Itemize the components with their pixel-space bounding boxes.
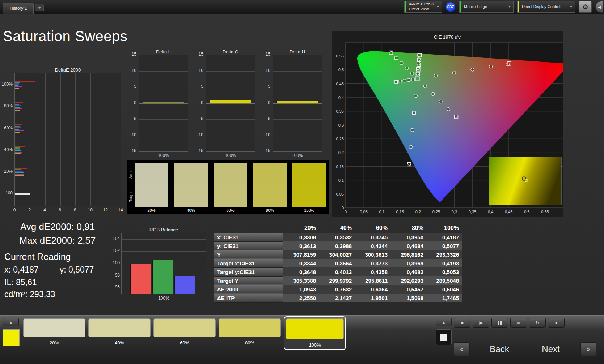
delta_h-y-tick-label: 0	[257, 100, 270, 105]
patch-button-100%[interactable]: 100%	[284, 316, 346, 350]
table-column-header: 20%	[283, 223, 319, 233]
deltae-bar	[15, 83, 19, 85]
source-dropdown[interactable]: Mobile Forge ▼	[459, 1, 514, 13]
patch-window-button[interactable]	[436, 329, 452, 345]
svg-text:0,4: 0,4	[338, 95, 344, 100]
meter-count-badge[interactable]: 637	[445, 2, 456, 12]
add-tab-button[interactable]: +	[35, 4, 44, 11]
cie-measured-marker	[400, 61, 403, 65]
app-window: History 1 + X-Rite i1Pro 3 Direct View ▼…	[0, 0, 604, 364]
patch-button-40%[interactable]: 40%	[88, 318, 151, 346]
table-column-header: 100%	[426, 223, 462, 233]
gridline	[206, 55, 255, 55]
cie-diagram-panel: 000,050,050,10,10,150,150,20,20,250,250,…	[332, 31, 563, 217]
pause-button[interactable]	[491, 318, 508, 328]
svg-text:0,1: 0,1	[379, 210, 385, 214]
up-arrow-icon: ▲	[9, 320, 13, 324]
record-button[interactable]: ●	[548, 318, 565, 328]
current-reading-xy: x: 0,4187 y: 0,5077	[4, 265, 94, 275]
svg-text:0,45: 0,45	[505, 210, 512, 214]
delta-l-chart-title: Delta L	[139, 49, 188, 55]
back-button[interactable]: Back	[478, 344, 521, 354]
settings-button[interactable]: ⚙	[579, 1, 592, 13]
next-button[interactable]: Next	[529, 344, 573, 354]
delta_l-bar	[143, 102, 184, 103]
svg-text:0,55: 0,55	[336, 54, 344, 58]
table-cell: 0,3773	[355, 259, 390, 267]
table-column-header: 40%	[319, 223, 355, 233]
patch-button-label: 100%	[286, 342, 344, 348]
cie-chart-title: CIE 1976 u'v'	[332, 34, 563, 40]
loop-button[interactable]: ∞	[510, 318, 527, 328]
deltae-bar	[15, 175, 24, 176]
stop-button[interactable]: ■	[454, 318, 470, 328]
delta-l-chart	[139, 55, 188, 152]
cie-measured-marker	[423, 85, 427, 88]
svg-text:0: 0	[342, 206, 344, 210]
target-swatch-40%	[174, 185, 208, 207]
delta_c-y-tick-label: 10	[190, 68, 203, 73]
display-control-dropdown[interactable]: Direct Display Control ▼	[517, 1, 575, 13]
deltae-x-tick-label: 14	[116, 207, 125, 213]
svg-text:0,15: 0,15	[336, 164, 344, 169]
table-row-label: Target x:CIE31	[214, 259, 283, 267]
deltae-bar	[15, 149, 20, 150]
meter-dropdown[interactable]: X-Rite i1Pro 3 Direct View ▼	[404, 1, 442, 13]
current-patch-color[interactable]	[3, 329, 20, 346]
table-cell: 0,3344	[283, 259, 319, 267]
rgb-balance-chart-title: RGB Balance	[121, 227, 206, 232]
cie-measured-marker	[411, 128, 414, 132]
deltae-y-tick-label: 80%	[0, 103, 13, 108]
deltae-bar	[15, 168, 27, 169]
patch-button-label: 20%	[23, 340, 85, 346]
table-cell: 1,5068	[390, 294, 426, 302]
cie-measured-marker	[398, 80, 402, 83]
patch-size-up-button[interactable]: ▲	[3, 318, 19, 326]
table-cell: 0,3950	[390, 233, 426, 241]
play-button[interactable]: ▶	[473, 318, 489, 328]
top-bar: History 1 + X-Rite i1Pro 3 Direct View ▼…	[0, 0, 604, 14]
table-cell: 0,6364	[355, 285, 390, 294]
next-fast-button[interactable]: »	[580, 342, 596, 356]
measurement-table: 20%40%60%80%100%x: CIE310,33080,35320,37…	[214, 223, 462, 303]
svg-text:0,05: 0,05	[336, 192, 344, 196]
collapse-panel-button[interactable]: ◀	[595, 1, 603, 13]
current-y-readout: y: 0,5077	[60, 265, 94, 275]
patch-button-20%[interactable]: 20%	[23, 318, 85, 346]
delta_c-y-tick-label: -5	[190, 116, 203, 121]
patch-button-60%[interactable]: 60%	[153, 318, 216, 346]
navigation-row: « Back Next »	[454, 342, 596, 356]
deltae-bar	[15, 171, 23, 172]
cie-measured-marker	[434, 74, 438, 77]
table-cell: 0,3308	[283, 233, 319, 241]
table-cell: 305,3388	[283, 276, 319, 285]
deltae-x-tick-label: 2	[25, 207, 34, 213]
deltae-y-tick-label: 60%	[0, 125, 13, 130]
deltae-bar	[15, 130, 24, 131]
cie-measured-marker	[411, 78, 415, 81]
gridline	[273, 151, 322, 152]
chevron-left-icon: ◀	[598, 5, 601, 9]
table-cell: 0,4013	[319, 267, 355, 276]
deltae-bar	[15, 102, 23, 103]
deltae-bar	[15, 110, 20, 111]
table-row: Target y:CIE310,36480,40130,43580,46820,…	[214, 267, 462, 276]
deltae-bar	[15, 146, 25, 147]
tab-history-1[interactable]: History 1	[3, 3, 34, 14]
back-fast-button[interactable]: «	[454, 342, 470, 356]
cie-measured-marker	[439, 100, 442, 103]
display-dropdown-label: Direct Display Control	[522, 4, 560, 9]
display-status-accent	[518, 1, 519, 12]
patch-color-swatch	[23, 318, 85, 337]
next-chevrons-icon: »	[587, 346, 590, 352]
deltae-x-tick-label: 4	[41, 207, 49, 213]
window-up-button[interactable]: ▲	[436, 318, 452, 326]
delta_h-bar	[276, 101, 318, 103]
actual-swatch-80%	[253, 163, 287, 185]
deltae-x-tick-label: 6	[56, 207, 64, 213]
continuous-measure-button[interactable]: ↻	[529, 318, 546, 328]
delta_c-y-tick-label: -15	[190, 148, 203, 153]
gridline	[273, 71, 322, 72]
delta_l-y-tick-label: 10	[123, 68, 136, 73]
patch-button-80%[interactable]: 80%	[219, 318, 281, 346]
